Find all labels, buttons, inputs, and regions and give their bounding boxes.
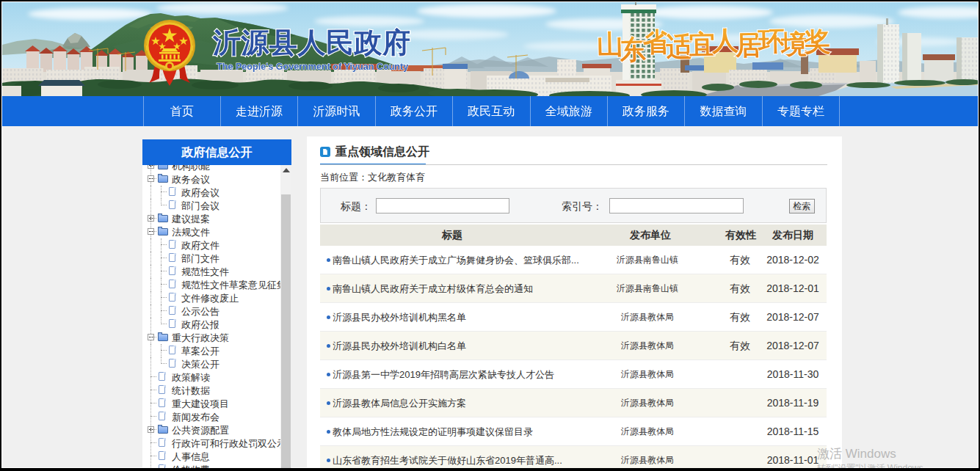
svg-text:沂源县人民政府: 沂源县人民政府 xyxy=(212,27,411,58)
svg-text:The People's Government of Yiy: The People's Government of Yiyuan County xyxy=(217,62,408,72)
